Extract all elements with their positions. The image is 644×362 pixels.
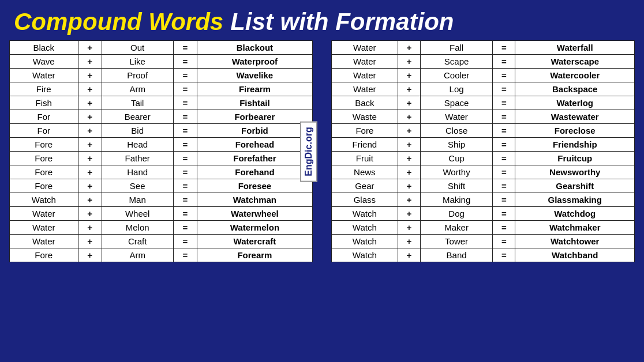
word1: Water [10,69,78,82]
table-row: Fore+Hand=Forehand [10,165,313,179]
equals-operator: = [173,69,197,82]
equals-operator: = [493,165,515,179]
compound-word: Watchband [515,248,635,262]
equals-operator: = [173,82,197,96]
compound-word: Wavelike [197,69,312,82]
equals-operator: = [173,179,197,193]
word2: Close [420,124,492,138]
plus-operator: + [78,55,102,69]
plus-operator: + [78,41,102,55]
plus-operator: + [78,82,102,96]
word2: Tower [420,235,492,248]
compound-word: Blackout [197,41,312,55]
equals-operator: = [493,41,515,55]
equals-operator: = [173,165,197,179]
table-row: Fore+Arm=Forearm [10,248,313,262]
word2: Cup [420,152,492,165]
word2: Ship [420,138,492,152]
word2: Fall [420,41,492,55]
plus-operator: + [398,96,420,110]
plus-operator: + [78,221,102,235]
plus-operator: + [398,82,420,96]
word2: Water [420,110,492,124]
word2: Band [420,248,492,262]
equals-operator: = [493,82,515,96]
word2: Craft [102,235,173,248]
equals-operator: = [493,152,515,165]
table-row: Watch+Tower=Watchtower [332,235,635,248]
table-row: Fish+Tail=Fishtail [10,96,313,110]
word2: Arm [102,248,173,262]
plus-operator: + [398,55,420,69]
title-yellow: Compound Words [14,8,223,36]
plus-operator: + [398,124,420,138]
table-row: Fore+Father=Forefather [10,152,313,165]
plus-operator: + [78,207,102,221]
word1: Black [10,41,78,55]
plus-operator: + [398,165,420,179]
equals-operator: = [173,152,197,165]
table-row: Water+Fall=Waterfall [332,41,635,55]
word2: Arm [102,82,173,96]
word2: Father [102,152,173,165]
compound-word: Fruitcup [515,152,635,165]
plus-operator: + [78,165,102,179]
equals-operator: = [173,221,197,235]
table-row: Water+Cooler=Watercooler [332,69,635,82]
plus-operator: + [78,248,102,262]
compound-word: Watchtower [515,235,635,248]
equals-operator: = [173,235,197,248]
word2: Proof [102,69,173,82]
table-row: Water+Scape=Waterscape [332,55,635,69]
word1: Glass [332,193,398,207]
table-row: Fore+Close=Foreclose [332,124,635,138]
word2: Head [102,138,173,152]
plus-operator: + [398,110,420,124]
watermark: EngDic.org [300,121,317,182]
word1: Water [10,221,78,235]
word1: Fire [10,82,78,96]
equals-operator: = [173,55,197,69]
table-row: Watch+Band=Watchband [332,248,635,262]
equals-operator: = [173,124,197,138]
equals-operator: = [173,207,197,221]
table-row: Water+Proof=Wavelike [10,69,313,82]
compound-word: Waterlog [515,96,635,110]
compound-word: Forefather [197,152,312,165]
table-row: Black+Out=Blackout [10,41,313,55]
word1: Fish [10,96,78,110]
equals-operator: = [493,221,515,235]
table-row: Back+Space=Waterlog [332,96,635,110]
word1: Water [332,55,398,69]
table-row: Fore+Head=Forehead [10,138,313,152]
table-row: Waste+Water=Wastewater [332,110,635,124]
compound-word: Fishtail [197,96,312,110]
equals-operator: = [493,124,515,138]
word1: For [10,110,78,124]
title-white: List with Formation [230,8,454,36]
compound-word: Watercooler [515,69,635,82]
word1: Watch [332,248,398,262]
table-row: Water+Craft=Watercraft [10,235,313,248]
word1: Watch [10,193,78,207]
word2: See [102,179,173,193]
equals-operator: = [493,193,515,207]
word1: Water [10,235,78,248]
equals-operator: = [493,207,515,221]
word2: Making [420,193,492,207]
table-row: Water+Wheel=Waterwheel [10,207,313,221]
word2: Space [420,96,492,110]
compound-word: Forehand [197,165,312,179]
word1: Fore [10,152,78,165]
word2: Tail [102,96,173,110]
word1: Watch [332,207,398,221]
compound-word: Forehead [197,138,312,152]
compound-word: Wastewater [515,110,635,124]
table-row: Fore+See=Foresee [10,179,313,193]
word2: Cooler [420,69,492,82]
equals-operator: = [493,138,515,152]
compound-word: Watchman [197,193,312,207]
compound-word: Waterscape [515,55,635,69]
word2: Wheel [102,207,173,221]
table-row: Watch+Maker=Watchmaker [332,221,635,235]
